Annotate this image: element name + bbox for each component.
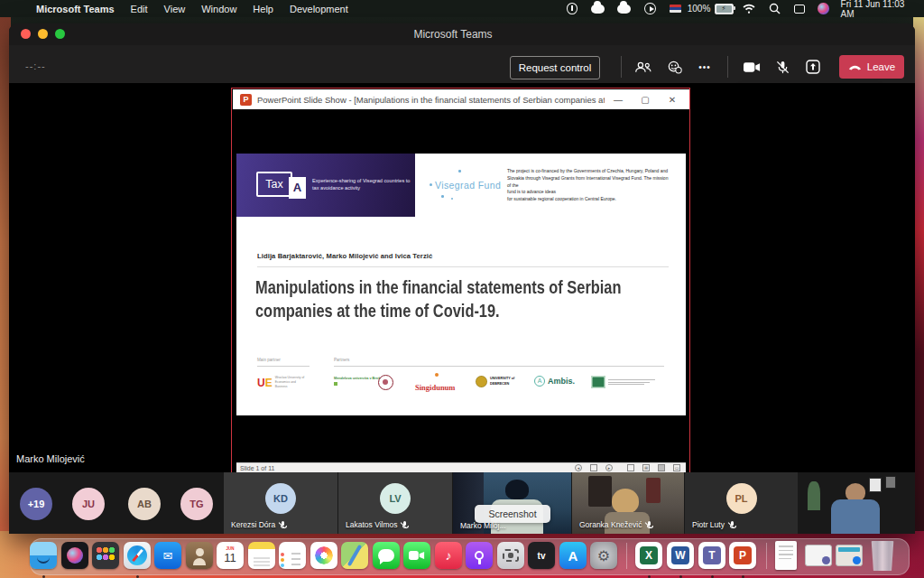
mic-muted-icon xyxy=(645,521,653,529)
dock-appstore-icon[interactable]: A xyxy=(559,542,587,569)
menu-edit[interactable]: Edit xyxy=(131,4,148,14)
cloud-sync-icon[interactable] xyxy=(591,5,605,14)
dock-calendar-icon[interactable]: JUN11 xyxy=(217,542,244,569)
battery-percent: 100% xyxy=(688,4,711,14)
participant-tile-video-right[interactable] xyxy=(799,472,915,534)
menu-help[interactable]: Help xyxy=(253,4,273,14)
grid-view-icon[interactable]: ⊞ xyxy=(642,464,650,471)
pen-tool-icon[interactable] xyxy=(590,464,597,471)
participant-tile-marko-video[interactable]: Screenshot Marko Miloj... xyxy=(453,472,571,534)
dock-contacts-icon[interactable] xyxy=(186,542,213,569)
participant-avatar-tg[interactable]: TG xyxy=(180,488,213,520)
plant-decoration xyxy=(808,481,820,510)
dock-teams-icon[interactable]: T xyxy=(698,542,725,569)
play-status-icon[interactable] xyxy=(644,3,655,14)
menu-development[interactable]: Development xyxy=(290,4,348,14)
dock-minimized-window-thumbnail-2[interactable] xyxy=(836,545,863,566)
green-partner-logo xyxy=(591,376,661,388)
menu-app-name[interactable]: Microsoft Teams xyxy=(36,4,115,14)
participant-tile-piotr[interactable]: PL Piotr Luty xyxy=(685,472,798,534)
dock-music-icon[interactable]: ♪ xyxy=(435,542,462,569)
slide-sorter-icon[interactable] xyxy=(658,464,665,471)
avatar: LV xyxy=(380,483,411,514)
participant-name: Goranka Knežević xyxy=(579,520,642,529)
dock-word-icon[interactable]: W xyxy=(667,542,694,569)
main-partner-underline xyxy=(257,366,310,367)
dock-maps-icon[interactable] xyxy=(341,542,368,569)
ambis-text: Ambis. xyxy=(548,377,575,386)
dock-mail-icon[interactable]: ✉ xyxy=(154,542,181,569)
dock-reminders-icon[interactable] xyxy=(279,542,306,569)
participant-tile-kerezsi[interactable]: KD Kerezsi Dóra xyxy=(224,472,337,534)
mic-muted-icon[interactable] xyxy=(771,56,794,78)
share-screen-icon[interactable] xyxy=(801,56,825,78)
dock-appletv-icon[interactable]: tv xyxy=(528,542,555,569)
hang-up-icon xyxy=(848,64,862,70)
notes-icon[interactable] xyxy=(627,464,634,471)
spotlight-search-icon[interactable] xyxy=(769,3,781,14)
participants-icon[interactable] xyxy=(631,56,654,78)
teams-window-title: Microsoft Teams xyxy=(0,23,906,45)
overflow-participants-avatar[interactable]: +19 xyxy=(20,488,52,520)
dock-screenshot-icon[interactable] xyxy=(497,542,524,569)
slide-status-bar[interactable]: Slide 1 of 11 ◂ ▸ ⊞ ▭ xyxy=(236,462,686,472)
participant-name: Kerezsi Dóra xyxy=(231,520,275,529)
display-settings-icon[interactable]: ▭ xyxy=(673,464,680,471)
dock-finder-icon[interactable] xyxy=(30,542,57,569)
previous-slide-icon[interactable]: ◂ xyxy=(575,464,582,471)
dock-facetime-icon[interactable] xyxy=(403,542,430,569)
dock-launchpad-icon[interactable] xyxy=(92,542,119,569)
participant-tile-lakatos[interactable]: LV Lakatos Vilmos xyxy=(338,472,452,534)
dock-podcasts-icon[interactable] xyxy=(466,542,493,569)
menu-clock[interactable]: Fri 11 Jun 11:03 AM xyxy=(841,0,915,19)
dock-photos-icon[interactable] xyxy=(310,542,337,569)
project-description: The project is co-financed by the Govern… xyxy=(507,168,671,203)
camera-toggle-icon[interactable] xyxy=(740,56,763,78)
dock-siri-icon[interactable] xyxy=(61,542,88,569)
ppt-minimize-button[interactable]: — xyxy=(605,95,632,105)
visegrad-dot xyxy=(430,183,432,186)
avatar: KD xyxy=(265,483,296,514)
participant-tile-goranka-video[interactable]: Goranka Knežević xyxy=(572,472,684,534)
leave-button[interactable]: Leave xyxy=(839,55,904,79)
dock-safari-icon[interactable] xyxy=(124,542,151,569)
participant-avatar-ab[interactable]: AB xyxy=(128,488,161,520)
teams-titlebar[interactable]: Microsoft Teams xyxy=(9,23,915,45)
battery-icon[interactable]: ⚡ xyxy=(715,4,734,14)
menu-window[interactable]: Window xyxy=(201,4,236,14)
dock-powerpoint-icon[interactable]: P xyxy=(729,542,756,569)
more-options-button[interactable]: ••• xyxy=(693,56,716,78)
dock-system-preferences-icon[interactable]: ⚙ xyxy=(590,542,617,569)
wifi-icon[interactable] xyxy=(743,3,754,14)
university-seal-logo xyxy=(378,375,393,390)
dock-document-icon[interactable] xyxy=(775,541,797,570)
toolbar-divider xyxy=(621,56,622,78)
dock-messages-icon[interactable] xyxy=(373,542,400,569)
singidunum-text: Singidunum xyxy=(415,383,455,392)
ppt-window-title: PowerPoint Slide Show - [Manipulations i… xyxy=(257,95,605,105)
dock-notes-icon[interactable] xyxy=(248,542,275,569)
display-mirroring-icon[interactable] xyxy=(794,5,805,14)
dock-trash-icon[interactable] xyxy=(870,541,895,571)
person-head xyxy=(505,480,529,499)
request-control-button[interactable]: Request control xyxy=(510,56,600,79)
ppt-restore-button[interactable]: ▢ xyxy=(632,95,659,105)
cloud-sync-icon-2[interactable] xyxy=(617,5,631,14)
person-shoulders xyxy=(831,499,880,534)
record-status-icon[interactable] xyxy=(567,3,578,14)
dock-minimized-window-thumbnail[interactable] xyxy=(805,545,832,566)
ppt-titlebar[interactable]: P PowerPoint Slide Show - [Manipulations… xyxy=(233,89,689,109)
visegrad-fund-logo: Visegrad Fund xyxy=(435,180,501,191)
screenshot-overlay-button[interactable]: Screenshot xyxy=(475,505,550,523)
reactions-icon[interactable] xyxy=(662,56,686,78)
siri-icon[interactable] xyxy=(818,3,828,14)
dock-excel-icon[interactable]: X xyxy=(635,542,662,569)
ppt-close-button[interactable]: ✕ xyxy=(659,95,686,105)
apple-menu-icon[interactable] xyxy=(13,4,23,14)
avatar: PL xyxy=(726,483,757,514)
next-slide-icon[interactable]: ▸ xyxy=(605,464,613,471)
keyboard-layout-flag-icon[interactable] xyxy=(670,5,681,13)
person-head xyxy=(845,483,865,501)
menu-view[interactable]: View xyxy=(164,4,186,14)
participant-avatar-ju[interactable]: JU xyxy=(72,488,105,520)
